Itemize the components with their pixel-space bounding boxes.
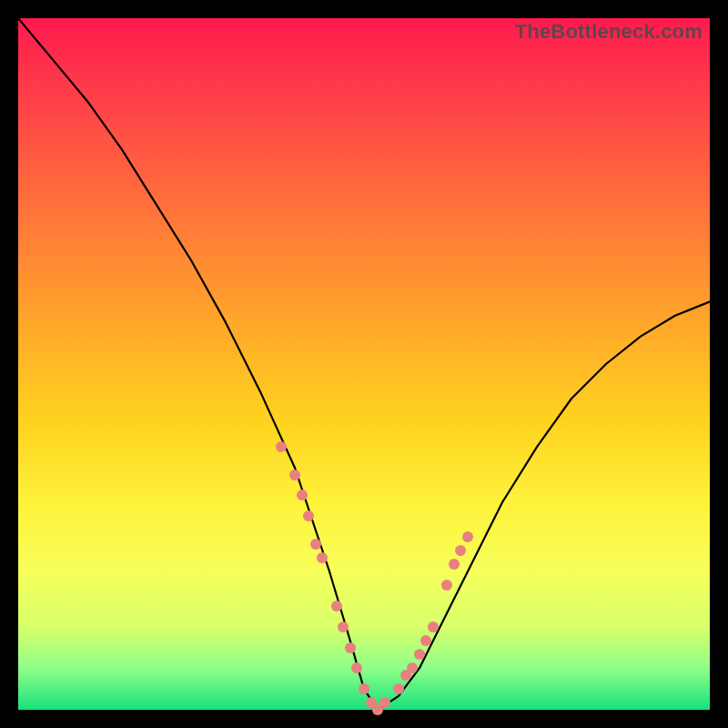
marker-dot [359,683,369,694]
marker-dot [310,539,321,550]
marker-dot [455,545,466,556]
marker-dot [297,490,308,500]
watermark-text: TheBottleneck.com [515,20,703,44]
marker-dot [345,642,356,653]
marker-dot [414,649,425,660]
marker-dot [303,511,314,521]
marker-dot [393,683,404,694]
marker-dot [428,622,439,632]
chart-frame: TheBottleneck.com [18,18,710,710]
marker-dot [276,441,287,452]
marker-dot [289,470,300,480]
marker-dot [441,580,452,591]
marker-dot [420,635,431,646]
marker-dot [407,662,418,673]
marker-dot [462,531,473,542]
marker-dot [331,601,342,612]
marker-dot [338,622,349,632]
marker-dot [317,552,328,563]
marker-dot [449,559,460,570]
marker-dot [379,697,390,708]
bottleneck-curve [18,18,710,710]
marker-dot [351,662,362,673]
